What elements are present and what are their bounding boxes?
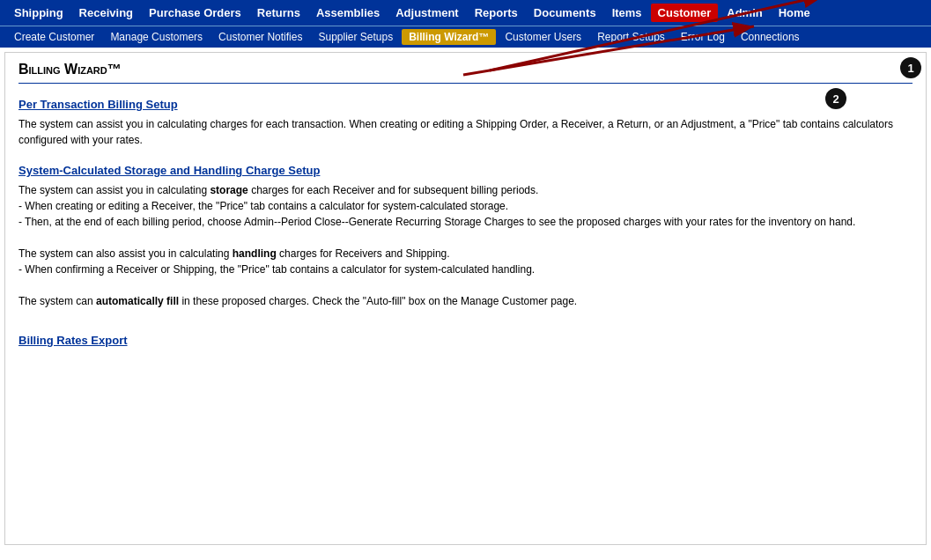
section2-title[interactable]: System-Calculated Storage and Handling C… bbox=[18, 164, 913, 177]
section-per-transaction: Per Transaction Billing Setup The system… bbox=[18, 98, 913, 148]
nav-shipping[interactable]: Shipping bbox=[7, 4, 70, 22]
subnav-manage-customers[interactable]: Manage Customers bbox=[103, 29, 210, 45]
subnav-connections[interactable]: Connections bbox=[734, 29, 807, 45]
nav-customer[interactable]: Customer bbox=[651, 4, 719, 22]
nav-purchase-orders[interactable]: Purchase Orders bbox=[142, 4, 248, 22]
nav-returns[interactable]: Returns bbox=[250, 4, 307, 22]
nav-adjustment[interactable]: Adjustment bbox=[388, 4, 466, 22]
section-storage-handling: System-Calculated Storage and Handling C… bbox=[18, 164, 913, 309]
main-content: Billing Wizard™ Per Transaction Billing … bbox=[4, 52, 927, 545]
sub-nav: Create Customer Manage Customers Custome… bbox=[0, 26, 931, 48]
badge-1: 1 bbox=[900, 57, 921, 78]
billing-rates-export-link[interactable]: Billing Rates Export bbox=[18, 334, 128, 347]
subnav-billing-wizard[interactable]: Billing Wizard™ bbox=[402, 29, 496, 45]
badge-2: 2 bbox=[825, 88, 846, 109]
page-title: Billing Wizard™ bbox=[18, 62, 913, 84]
section1-title[interactable]: Per Transaction Billing Setup bbox=[18, 98, 913, 111]
subnav-error-log[interactable]: Error Log bbox=[674, 29, 732, 45]
section2-body: The system can assist you in calculating… bbox=[18, 182, 913, 309]
subnav-supplier-setups[interactable]: Supplier Setups bbox=[311, 29, 400, 45]
nav-assemblies[interactable]: Assemblies bbox=[309, 4, 387, 22]
nav-admin[interactable]: Admin bbox=[720, 4, 769, 22]
top-nav: Shipping Receiving Purchase Orders Retur… bbox=[0, 0, 931, 26]
nav-home[interactable]: Home bbox=[772, 4, 817, 22]
subnav-customer-users[interactable]: Customer Users bbox=[498, 29, 588, 45]
nav-documents[interactable]: Documents bbox=[527, 4, 603, 22]
nav-items[interactable]: Items bbox=[605, 4, 649, 22]
subnav-create-customer[interactable]: Create Customer bbox=[7, 29, 101, 45]
nav-reports[interactable]: Reports bbox=[468, 4, 525, 22]
section1-body: The system can assist you in calculating… bbox=[18, 116, 913, 148]
subnav-report-setups[interactable]: Report Setups bbox=[590, 29, 672, 45]
subnav-customer-notifies[interactable]: Customer Notifies bbox=[211, 29, 309, 45]
nav-receiving[interactable]: Receiving bbox=[72, 4, 140, 22]
